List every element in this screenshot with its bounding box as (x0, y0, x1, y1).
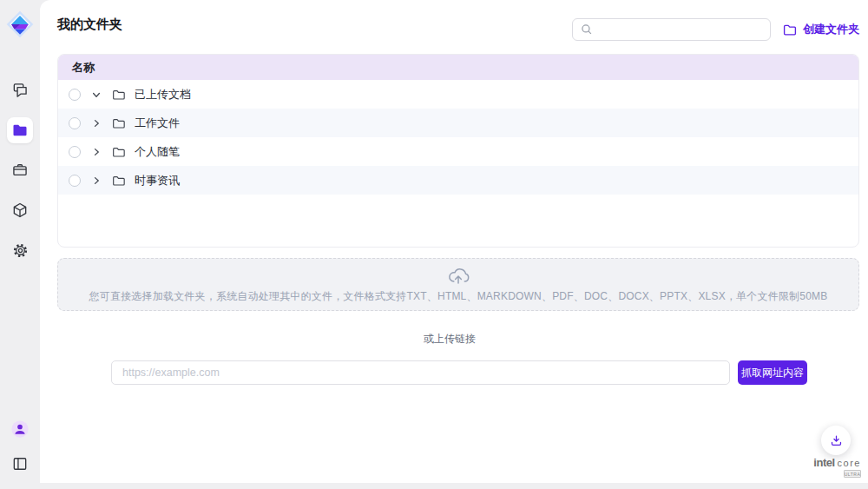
folder-row-label: 工作文件 (135, 116, 180, 131)
chat-icon (11, 82, 29, 99)
folder-row[interactable]: 时事资讯 (58, 166, 858, 195)
sidebar-nav (0, 77, 40, 263)
gear-icon (12, 242, 29, 259)
upload-hint: 您可直接选择加载文件夹，系统自动处理其中的文件，文件格式支持TXT、HTML、M… (89, 289, 828, 304)
table-header: 名称 (58, 55, 858, 80)
create-folder-icon (783, 23, 797, 36)
folder-row[interactable]: 已上传文档 (58, 80, 858, 109)
ultra-badge: ULTRA (844, 470, 861, 478)
cube-icon (11, 202, 29, 219)
row-folder-icon (112, 146, 125, 158)
url-input[interactable] (111, 360, 730, 385)
page-title: 我的文件夹 (57, 17, 122, 33)
chevron-right-icon[interactable] (90, 147, 102, 157)
intel-word: intel (813, 456, 834, 469)
create-folder-button[interactable]: 创建文件夹 (783, 19, 859, 40)
panel-icon (11, 455, 29, 472)
user-icon (10, 420, 30, 439)
column-name-label: 名称 (72, 60, 95, 76)
folder-row[interactable]: 工作文件 (58, 109, 858, 137)
sidebar (0, 0, 40, 489)
sidebar-item-chat[interactable] (7, 77, 33, 103)
main-panel: 我的文件夹 创建文件夹 名称 已上传文档 (40, 0, 868, 483)
folder-row-label: 已上传文档 (135, 87, 191, 102)
folder-table: 名称 已上传文档 工作文件 (57, 54, 859, 248)
download-fab-button[interactable] (821, 426, 851, 455)
sidebar-item-models[interactable] (7, 197, 33, 223)
search-input[interactable] (598, 19, 770, 40)
row-checkbox[interactable] (69, 117, 81, 129)
fetch-url-button[interactable]: 抓取网址内容 (738, 360, 807, 385)
create-folder-label: 创建文件夹 (803, 22, 859, 37)
sidebar-item-account[interactable] (7, 416, 33, 442)
upload-dropzone[interactable]: 您可直接选择加载文件夹，系统自动处理其中的文件，文件格式支持TXT、HTML、M… (57, 258, 859, 311)
sidebar-item-toolbox[interactable] (7, 157, 33, 183)
folder-row-label: 时事资讯 (135, 173, 180, 188)
app-logo[interactable] (3, 7, 37, 42)
bottom-strip (0, 483, 868, 489)
page-header: 我的文件夹 创建文件夹 (57, 0, 859, 42)
row-checkbox[interactable] (69, 89, 81, 101)
sidebar-item-collapse[interactable] (7, 451, 33, 477)
download-icon (829, 433, 844, 448)
sidebar-bottom (0, 416, 40, 477)
chevron-right-icon[interactable] (90, 118, 102, 129)
sidebar-item-folders[interactable] (7, 117, 33, 143)
row-folder-icon (112, 89, 125, 101)
search-icon (581, 23, 593, 36)
folder-row[interactable]: 个人随笔 (58, 137, 858, 166)
row-checkbox[interactable] (69, 175, 81, 187)
cloud-upload-icon (445, 266, 471, 286)
folder-table-body: 已上传文档 工作文件 个人随笔 (58, 80, 858, 195)
or-upload-link-label: 或上传链接 (40, 332, 859, 347)
intel-core-ultra-logo: intel core ULTRA (807, 456, 861, 478)
search-box[interactable] (572, 18, 771, 41)
chevron-right-icon[interactable] (90, 175, 102, 186)
core-word: core (838, 458, 861, 468)
row-folder-icon (112, 175, 125, 187)
folder-icon (11, 122, 29, 139)
diamond-logo-icon (4, 9, 36, 40)
folder-row-label: 个人随笔 (135, 144, 180, 160)
row-folder-icon (112, 117, 125, 129)
row-checkbox[interactable] (69, 146, 81, 158)
chevron-down-icon[interactable] (90, 89, 102, 100)
briefcase-icon (11, 162, 29, 179)
url-upload-row: 抓取网址内容 (111, 360, 807, 385)
sidebar-item-settings[interactable] (7, 237, 33, 263)
